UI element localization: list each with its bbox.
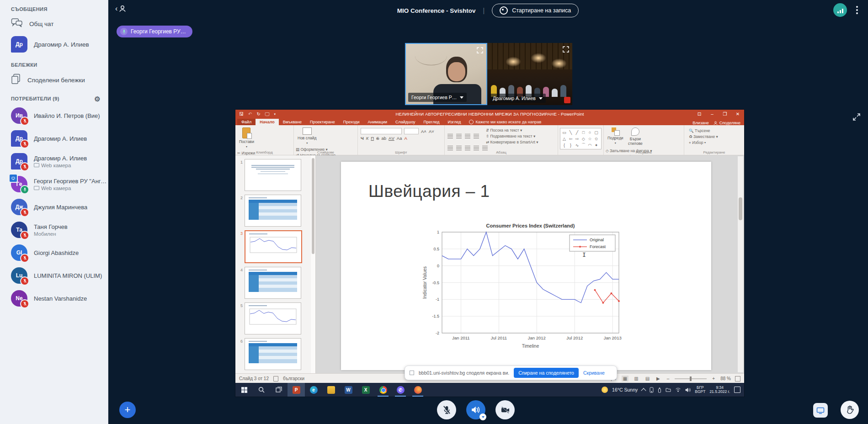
- taskbar-excel-button[interactable]: X: [357, 383, 374, 397]
- slide-thumbnail-5[interactable]: [245, 302, 301, 334]
- font-style-button-5[interactable]: АV: [389, 136, 394, 141]
- user-list-item[interactable]: Ив Ивайло И. Петров (Вие): [0, 104, 108, 127]
- shape-option[interactable]: ⌒: [580, 142, 586, 148]
- user-list-item[interactable]: Др Драгомир А. Илиев: [0, 127, 108, 150]
- slide-thumbnail-3[interactable]: [245, 230, 302, 263]
- align-text-button[interactable]: ⇳ Подравняване на текст ▾: [486, 134, 538, 138]
- weather-icon[interactable]: [602, 387, 608, 393]
- bullets-button[interactable]: [447, 134, 453, 138]
- shape-option[interactable]: ╲: [568, 129, 574, 135]
- taskbar-search-button[interactable]: [253, 383, 270, 397]
- undo-icon[interactable]: ↶: [248, 111, 252, 117]
- user-list-item[interactable]: Дж Джулия Маринчева: [0, 196, 108, 218]
- font-style-button-1[interactable]: К: [366, 136, 369, 141]
- slide-thumbnail-4[interactable]: [245, 267, 301, 299]
- font-style-button-2[interactable]: П: [371, 136, 374, 141]
- raise-hand-button[interactable]: [841, 401, 859, 419]
- taskbar-word-button[interactable]: W: [340, 383, 357, 397]
- shrink-font-button[interactable]: A˅: [429, 129, 434, 134]
- shape-option[interactable]: ◇: [580, 136, 586, 142]
- normal-view-button[interactable]: ▦: [622, 376, 628, 382]
- tab-преглед[interactable]: Преглед: [420, 119, 444, 125]
- minimize-button[interactable]: –: [706, 110, 719, 118]
- folder-tray-icon[interactable]: [666, 387, 671, 392]
- taskbar-firefox-button[interactable]: [409, 383, 426, 397]
- align-right-button[interactable]: [465, 146, 470, 150]
- arrange-button[interactable]: Подреди▾: [607, 127, 623, 144]
- taskbar-powerpoint-button[interactable]: P: [288, 383, 305, 397]
- shared-notes-item[interactable]: Споделени бележки: [0, 70, 108, 90]
- share-button[interactable]: Споделяне: [714, 121, 740, 125]
- usb-icon[interactable]: [658, 387, 661, 393]
- slide-panel-scrollbar[interactable]: [311, 155, 315, 373]
- tab-file[interactable]: Файл: [237, 119, 256, 125]
- font-style-button-4[interactable]: ab: [381, 136, 386, 141]
- qat-customize-icon[interactable]: ▾: [274, 112, 276, 116]
- zoom-level[interactable]: 88 %: [720, 376, 731, 381]
- public-chat-item[interactable]: Общ чат: [0, 15, 108, 33]
- shape-option[interactable]: ▢: [593, 129, 599, 135]
- quick-styles-button[interactable]: Бързи стилове: [628, 127, 643, 146]
- slide-thumbnail-6[interactable]: [245, 338, 301, 370]
- language-label[interactable]: български: [283, 376, 304, 381]
- volume-icon[interactable]: [685, 387, 691, 392]
- weather-label[interactable]: 16°C Sunny: [612, 387, 638, 392]
- slide-sorter-view-button[interactable]: ▥: [633, 376, 639, 382]
- smartart-button[interactable]: ⇄ Конвертиране в SmartArt ▾: [486, 140, 538, 144]
- justify-button[interactable]: [474, 146, 479, 150]
- current-slide[interactable]: Швейцария – 1 10.50-0.5-1-1.5-2Jan 2011J…: [341, 162, 711, 370]
- align-left-button[interactable]: [447, 146, 453, 150]
- font-name-select[interactable]: [361, 128, 402, 134]
- shape-option[interactable]: ☆: [587, 136, 593, 142]
- users-settings-gear-icon[interactable]: ⚙: [94, 95, 101, 103]
- font-style-button-6[interactable]: Аа: [397, 136, 402, 141]
- zoom-in-button[interactable]: +: [711, 376, 716, 382]
- slide-thumbnail-2[interactable]: [245, 195, 301, 227]
- tab-слайдшоу[interactable]: Слайдшоу: [391, 119, 420, 125]
- shape-option[interactable]: □: [580, 129, 586, 135]
- shapes-gallery[interactable]: ▭╲╱□○▢△⇦⇨◇☆✩{}∿⌒◠✦: [560, 128, 602, 149]
- tell-me-box[interactable]: Кажете ми какво искате да направ: [465, 119, 545, 125]
- tab-начало[interactable]: Начало: [256, 119, 279, 125]
- slide-thumbnail-1[interactable]: [245, 159, 301, 191]
- paste-button[interactable]: Постави▾: [239, 127, 254, 148]
- grow-font-button[interactable]: A˄: [421, 129, 426, 134]
- close-button[interactable]: ✕: [731, 110, 744, 118]
- user-list-item[interactable]: Др Драгомир А. ИлиевWeb камера: [0, 150, 108, 173]
- font-style-button-0[interactable]: Ч: [361, 136, 364, 141]
- shape-option[interactable]: ▭: [561, 129, 567, 135]
- webcam-fullscreen-icon[interactable]: [476, 46, 484, 54]
- tab-вмъкване[interactable]: Вмъкване: [279, 119, 306, 125]
- font-style-button-3[interactable]: S: [376, 136, 379, 141]
- zoom-out-button[interactable]: –: [666, 376, 671, 382]
- align-center-button[interactable]: [456, 146, 462, 150]
- select-button[interactable]: ⌖ Избор ▾: [689, 140, 718, 145]
- private-chat-item[interactable]: ДрДрагомир А. Илиев: [0, 33, 108, 56]
- columns-button[interactable]: [482, 146, 488, 150]
- save-icon[interactable]: 🖫: [239, 111, 244, 117]
- keyboard-language-indicator[interactable]: БГРBGPT: [695, 386, 705, 394]
- camera-button[interactable]: [495, 400, 515, 419]
- options-menu-button[interactable]: [854, 4, 860, 16]
- font-style-button-7[interactable]: А: [404, 136, 407, 141]
- webcam-name-dropdown[interactable]: Георги Георгиев Р…: [408, 93, 467, 102]
- line-spacing-button[interactable]: [474, 134, 479, 138]
- indent-button[interactable]: [465, 134, 470, 138]
- shape-option[interactable]: ⇦: [568, 136, 574, 142]
- audio-options-badge[interactable]: [479, 413, 486, 420]
- hide-notification-link[interactable]: Скриване: [583, 370, 605, 376]
- talking-indicator[interactable]: Георги Георгиев РУ…: [117, 26, 192, 37]
- shape-option[interactable]: ◠: [587, 142, 593, 148]
- ribbon-display-options-button[interactable]: ⊡: [693, 110, 706, 118]
- fit-slide-button[interactable]: [735, 376, 740, 382]
- mute-button[interactable]: [437, 400, 456, 419]
- canvas-scrollbar[interactable]: [738, 156, 743, 372]
- restore-button[interactable]: ❐: [719, 110, 731, 118]
- tab-изглед[interactable]: Изглед: [443, 119, 465, 125]
- action-center-icon[interactable]: [734, 387, 740, 393]
- numbering-button[interactable]: [456, 134, 462, 138]
- new-slide-button[interactable]: Нов слайд▾: [298, 127, 316, 144]
- network-icon[interactable]: [675, 387, 681, 392]
- tab-преходи[interactable]: Преходи: [339, 119, 364, 125]
- find-button[interactable]: 🔍 Търсене: [689, 128, 718, 133]
